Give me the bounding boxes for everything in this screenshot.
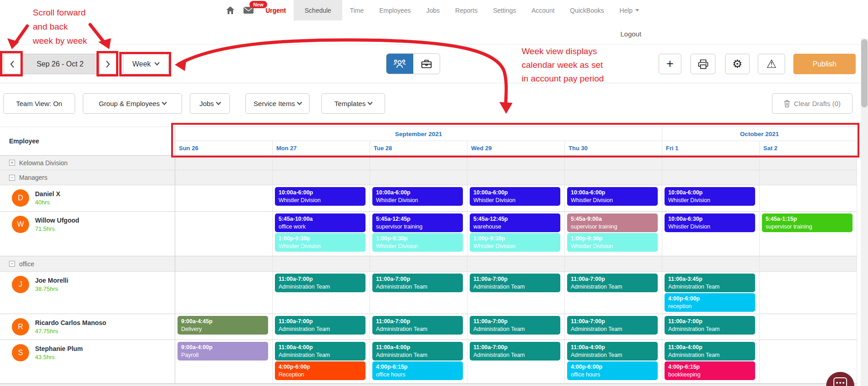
prev-week-button[interactable] <box>4 54 21 74</box>
day-cell[interactable] <box>760 272 857 314</box>
shift-chip[interactable]: 10:00a-6:30pWhistler Division <box>665 213 755 232</box>
shift-chip[interactable]: 11:00a-7:00pAdministration Team <box>567 316 658 335</box>
jobs-view-toggle[interactable] <box>413 54 440 74</box>
day-cell[interactable]: 11:00a-7:00pAdministration Team <box>467 340 565 384</box>
day-cell[interactable]: 11:00a-4:00pAdministration Team4:00p-6:0… <box>273 340 370 384</box>
shift-chip[interactable]: 5:45a-12:45psupervisor training <box>372 213 463 232</box>
day-cell[interactable]: 9:00a-4:45pDelivery <box>175 314 273 340</box>
vertical-scrollbar-thumb[interactable] <box>861 39 868 107</box>
day-cell[interactable]: 9:00a-4:00pPayroll <box>175 340 273 384</box>
employee-cell[interactable]: DDaniel X40hrs <box>0 185 175 212</box>
nav-item-schedule[interactable]: Schedule <box>294 0 342 20</box>
filter-jobs[interactable]: Jobs <box>190 93 230 114</box>
employee-cell[interactable]: JJoe Morelli38.75hrs <box>0 272 175 314</box>
shift-chip[interactable]: 11:00a-7:00pAdministration Team <box>665 316 755 335</box>
shift-chip[interactable]: 5:45a-1:15psupervisor training <box>762 213 853 232</box>
shift-chip[interactable]: 1:00p-9:30pWhistler Division <box>567 233 658 252</box>
day-cell[interactable] <box>175 272 273 314</box>
shift-chip[interactable]: 11:00a-7:00pAdministration Team <box>470 342 560 361</box>
shift-chip[interactable]: 5:45a-9:00asupervisor training <box>567 213 658 232</box>
shift-chip[interactable]: 4:00p-6:15poffice hours <box>372 361 463 380</box>
shift-chip[interactable]: 10:00a-6:00pWhistler Division <box>372 187 463 206</box>
filter-templates[interactable]: Templates <box>321 93 385 114</box>
day-cell[interactable]: 10:00a-6:30pWhistler Division <box>662 212 760 256</box>
publish-button[interactable]: Publish <box>793 54 856 74</box>
shift-chip[interactable]: 11:00a-4:00pAdministration Team <box>372 342 463 361</box>
nav-item-quickbooks[interactable]: QuickBooks <box>562 0 612 20</box>
print-button[interactable] <box>690 54 716 74</box>
day-cell[interactable]: 10:00a-6:00pWhistler Division <box>467 185 565 212</box>
day-cell[interactable]: 5:45a-9:00asupervisor training1:00p-9:30… <box>565 212 662 256</box>
shift-chip[interactable]: 10:00a-6:00pWhistler Division <box>567 187 658 206</box>
day-cell[interactable]: 10:00a-6:00pWhistler Division <box>273 185 370 212</box>
shift-chip[interactable]: 11:00a-7:00pAdministration Team <box>470 316 560 335</box>
logout-link[interactable]: Logout <box>620 30 641 38</box>
day-cell[interactable]: 5:45a-10:00aoffice work1:00p-9:30pWhistl… <box>273 212 370 256</box>
filter-team-view-on[interactable]: Team View: On <box>3 93 75 114</box>
employee-cell[interactable]: SStephanie Plum43.5hrs <box>0 340 175 384</box>
day-cell[interactable]: 11:00a-7:00pAdministration Team <box>273 314 370 340</box>
shift-chip[interactable]: 11:00a-4:00pAdministration Team <box>665 342 755 361</box>
day-cell[interactable]: 11:00a-7:00pAdministration Team <box>565 314 662 340</box>
gear-icon[interactable]: ⚙ <box>725 54 750 74</box>
filter-group-employees[interactable]: Group & Employees <box>83 93 182 114</box>
day-cell[interactable]: 5:45a-12:45psupervisor training1:00p-9:3… <box>370 212 467 256</box>
people-view-toggle[interactable] <box>386 54 413 74</box>
expand-icon[interactable]: + <box>9 160 15 166</box>
envelope-icon[interactable]: New <box>239 0 258 20</box>
shift-chip[interactable]: 10:00a-6:00pWhistler Division <box>275 187 365 206</box>
nav-item-reports[interactable]: Reports <box>447 0 485 20</box>
day-cell[interactable]: 10:00a-6:00pWhistler Division <box>370 185 467 212</box>
shift-chip[interactable]: 11:00a-7:00pAdministration Team <box>372 274 463 292</box>
day-cell[interactable]: 11:00a-7:00pAdministration Team <box>370 314 467 340</box>
shift-chip[interactable]: 11:00a-7:00pAdministration Team <box>275 316 365 335</box>
day-cell[interactable]: 11:00a-3:45pAdministration Team4:00p-6:0… <box>662 272 760 314</box>
nav-item-help[interactable]: Help <box>612 0 647 20</box>
shift-chip[interactable]: 11:00a-7:00pAdministration Team <box>470 274 560 292</box>
day-cell[interactable]: 11:00a-7:00pAdministration Team <box>467 314 565 340</box>
shift-chip[interactable]: 1:00p-9:30pWhistler Division <box>470 233 560 252</box>
employee-cell[interactable]: WWillow Ufgood71.5hrs <box>0 212 175 256</box>
shift-chip[interactable]: 1:00p-9:30pWhistler Division <box>372 233 463 252</box>
day-cell[interactable]: 11:00a-7:00pAdministration Team <box>467 272 565 314</box>
group-toggle[interactable]: −office <box>0 256 175 272</box>
home-icon[interactable] <box>221 0 239 20</box>
day-cell[interactable]: 11:00a-7:00pAdministration Team <box>370 272 467 314</box>
shift-chip[interactable]: 4:00p-6:00preception <box>665 293 755 312</box>
day-cell[interactable] <box>760 185 857 212</box>
shift-chip[interactable]: 11:00a-7:00pAdministration Team <box>275 274 365 292</box>
shift-chip[interactable]: 11:00a-4:00pAdministration Team <box>275 342 365 361</box>
nav-item-account[interactable]: Account <box>524 0 563 20</box>
shift-chip[interactable]: 1:00p-9:30pWhistler Division <box>275 233 365 252</box>
collapse-icon[interactable]: − <box>9 261 15 267</box>
day-cell[interactable] <box>175 212 273 256</box>
shift-chip[interactable]: 10:00a-6:00pWhistler Division <box>470 187 560 206</box>
next-week-button[interactable] <box>99 54 117 74</box>
day-cell[interactable] <box>760 314 857 340</box>
shift-chip[interactable]: 9:00a-4:45pDelivery <box>178 316 268 335</box>
shift-chip[interactable]: 11:00a-7:00pAdministration Team <box>372 316 463 335</box>
shift-chip[interactable]: 4:00p-6:00poffice hours <box>567 361 658 380</box>
collapse-icon[interactable]: − <box>9 175 15 181</box>
nav-item-settings[interactable]: Settings <box>485 0 524 20</box>
day-cell[interactable]: 11:00a-7:00pAdministration Team <box>273 272 370 314</box>
day-cell[interactable]: 11:00a-4:00pAdministration Team4:00p-6:0… <box>565 340 662 384</box>
day-cell[interactable]: 11:00a-7:00pAdministration Team <box>565 272 662 314</box>
day-cell[interactable]: 5:45a-1:15psupervisor training <box>760 212 857 256</box>
day-cell[interactable]: 10:00a-6:00pWhistler Division <box>662 185 760 212</box>
shift-chip[interactable]: 11:00a-3:45pAdministration Team <box>665 274 755 292</box>
nav-item-time[interactable]: Time <box>342 0 372 20</box>
shift-chip[interactable]: 4:00p-6:15pbookkeeping <box>665 361 755 380</box>
add-shift-button[interactable]: + <box>659 54 681 74</box>
day-cell[interactable]: 5:45a-12:45pwarehouse1:00p-9:30pWhistler… <box>467 212 565 256</box>
nav-item-employees[interactable]: Employees <box>371 0 418 20</box>
shift-chip[interactable]: 9:00a-4:00pPayroll <box>178 342 268 361</box>
view-period-dropdown[interactable]: Week <box>123 54 168 74</box>
day-cell[interactable]: 10:00a-6:00pWhistler Division <box>565 185 662 212</box>
nav-item-jobs[interactable]: Jobs <box>419 0 448 20</box>
group-toggle[interactable]: +Kelowna Division <box>0 156 175 170</box>
shift-chip[interactable]: 5:45a-10:00aoffice work <box>275 213 365 232</box>
day-cell[interactable]: 11:00a-4:00pAdministration Team4:00p-6:1… <box>662 340 760 384</box>
shift-chip[interactable]: 4:00p-6:00pReception <box>275 361 365 380</box>
shift-chip[interactable]: 11:00a-4:00pAdministration Team <box>567 342 658 361</box>
